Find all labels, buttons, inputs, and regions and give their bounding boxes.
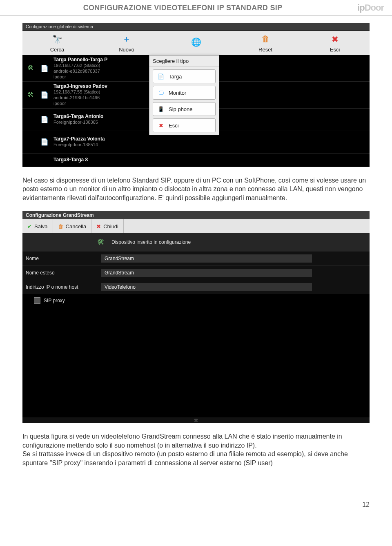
search-button[interactable]: 🔭 Cerca [22, 31, 92, 55]
delete-button[interactable]: 🗑 Cancella [53, 219, 92, 233]
brand-logo: ipDoor [357, 2, 384, 13]
popup-label: Targa [169, 74, 182, 80]
new-button[interactable]: ＋ Nuovo [92, 31, 161, 55]
field-label: Nome [26, 256, 101, 261]
sip-proxy-row[interactable]: SIP proxy [22, 294, 370, 307]
monitor-icon: 🖵 [156, 88, 165, 97]
save-button[interactable]: ✔ Salva [22, 219, 53, 233]
config-header-text: Dispositivo inserito in configurazione [111, 239, 191, 245]
wrench-icon: 🛠 [26, 90, 36, 100]
device-list: 🛠 📄 Targa Pannello-Targa P 192.168.77.62… [22, 55, 370, 167]
close-icon: ✖ [156, 121, 165, 130]
trash-icon: 🗑 [58, 223, 63, 230]
checkbox-label: SIP proxy [44, 298, 65, 303]
screenshot-grandstream-config: Configurazione GrandStream ✔ Salva 🗑 Can… [22, 211, 370, 423]
popup-label: Monitor [169, 90, 186, 96]
type-popup: Scegliere il tipo 📄 Targa 🖵 Monitor 📱 Si… [149, 55, 219, 135]
form-row-nome-esteso: Nome esteso GrandStream [22, 265, 370, 280]
wrench-icon: 🛠 [26, 63, 36, 73]
check-icon: ✔ [27, 223, 32, 230]
resize-grip: ⌘ [22, 417, 370, 423]
device-row[interactable]: Targa8-Targa 8 [22, 154, 370, 167]
device-title: Targa7-Piazza Volonta [53, 136, 366, 142]
popup-label: Esci [169, 123, 179, 129]
toolbar: 🔭 Cerca ＋ Nuovo 🌐 🗑 Reset ✖ Esci [22, 31, 370, 55]
document-icon: 📄 [40, 137, 49, 147]
document-icon: 📄 [40, 63, 49, 73]
binoculars-icon: 🔭 [51, 33, 63, 45]
popup-option-targa[interactable]: 📄 Targa [153, 69, 216, 83]
toolbar-label: Cerca [50, 47, 65, 53]
form-row-ip: Indirizzo IP o nome host VideoTelefono [22, 280, 370, 294]
popup-option-monitor[interactable]: 🖵 Monitor [153, 86, 216, 100]
toolbar-label: Nuovo [119, 47, 134, 53]
config-header-row: 🛠 Dispositivo inserito in configurazione [22, 233, 370, 251]
close-button[interactable]: ✖ Chiudi [91, 219, 124, 233]
field-value[interactable]: GrandStream [101, 269, 312, 277]
toolbar-label: Cancella [66, 223, 87, 230]
paragraph-1: Nel caso si disponesse di un telefono St… [22, 176, 370, 203]
paragraph-2: In questa figura si vede un videotelefon… [22, 432, 370, 467]
field-label: Nome esteso [26, 270, 101, 276]
page-title: CONFIGURAZIONE VIDEOTELEFONI IP STANDARD… [8, 4, 357, 12]
document-icon: 📄 [40, 115, 49, 125]
plus-icon: ＋ [121, 33, 132, 45]
wrench-icon: 🛠 [95, 236, 107, 248]
empty-area [22, 307, 370, 417]
field-value[interactable]: VideoTelefono [101, 283, 312, 291]
page-number: 12 [0, 493, 392, 521]
globe-button[interactable]: 🌐 [161, 31, 231, 55]
toolbar-label: Salva [34, 223, 48, 230]
panel-icon: 📄 [156, 72, 165, 81]
toolbar-label: Esci [330, 47, 340, 53]
popup-title: Scegliere il tipo [149, 56, 219, 67]
reset-button[interactable]: 🗑 Reset [231, 31, 300, 55]
close-icon: ✖ [96, 223, 101, 230]
checkbox-icon[interactable] [34, 297, 40, 304]
field-value[interactable]: GrandStream [101, 254, 312, 263]
document-icon: 📄 [40, 90, 49, 100]
window-title: Configurazione GrandStream [22, 211, 370, 219]
field-label: Indirizzo IP o nome host [26, 284, 101, 290]
globe-icon: 🌐 [190, 36, 202, 48]
device-host: ForeignIpdoor-138514 [53, 142, 366, 148]
page-header: CONFIGURAZIONE VIDEOTELEFONI IP STANDARD… [0, 0, 392, 16]
device-title: Targa8-Targa 8 [53, 157, 366, 163]
popup-option-exit[interactable]: ✖ Esci [153, 118, 216, 132]
screenshot-global-config: Configurazione globale di sistema 🔭 Cerc… [22, 23, 370, 167]
trash-icon: 🗑 [260, 33, 271, 45]
phone-icon: 📱 [156, 105, 165, 114]
exit-button[interactable]: ✖ Esci [300, 31, 370, 55]
toolbar-label: Reset [258, 47, 272, 53]
toolbar: ✔ Salva 🗑 Cancella ✖ Chiudi [22, 219, 370, 233]
popup-option-sipphone[interactable]: 📱 Sip phone [153, 102, 216, 116]
close-icon: ✖ [329, 33, 341, 45]
window-title: Configurazione globale di sistema [22, 23, 370, 31]
popup-label: Sip phone [169, 106, 193, 112]
form-row-nome: Nome GrandStream [22, 251, 370, 265]
toolbar-label: Chiudi [103, 223, 118, 230]
